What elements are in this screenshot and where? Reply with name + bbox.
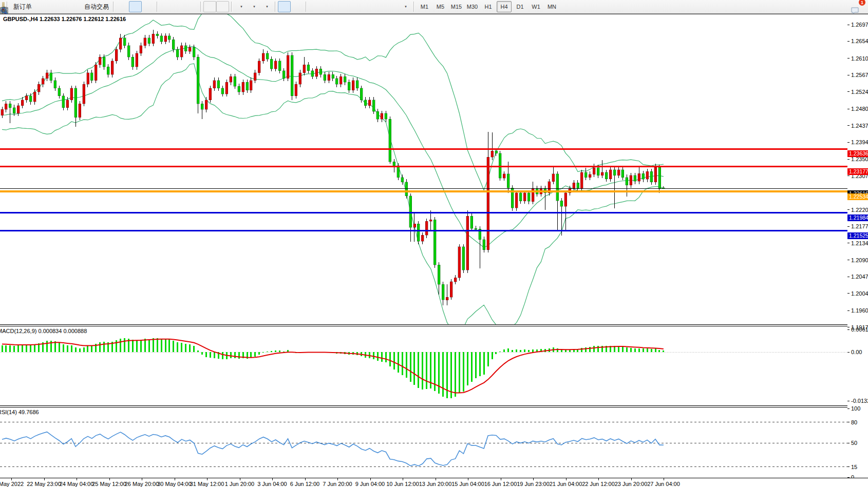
price-level-label: 1.21525 [847,232,868,239]
time-tick [175,478,175,480]
axis-tick [847,58,850,59]
timeframe-button-m30[interactable]: M30 [465,1,480,12]
toolbar-separator [275,2,276,12]
bar-chart-button[interactable] [116,1,129,12]
price-tick-label: 1.20470 [851,274,868,280]
new-order-button[interactable]: 新订单 [10,1,34,12]
trendline-button[interactable] [334,1,347,12]
price-axis[interactable]: 1.269701.265401.261001.256701.252401.248… [847,14,868,478]
price-level-label: 1.23177 [847,168,868,175]
line-chart-button[interactable] [142,1,155,12]
time-tick [109,478,110,480]
text-button[interactable]: A [373,1,386,12]
mt4-window: 新订单 自动交易 [0,0,868,487]
horizontal-line-button[interactable] [322,1,334,12]
time-tick [337,478,338,480]
periods-button[interactable]: ▼ [247,1,260,12]
price-level-label: 1.21984 [847,215,868,221]
timeframe-button-w1[interactable]: W1 [529,1,543,12]
timeframe-button-m15[interactable]: M15 [449,1,464,12]
price-tick-label: 1.25670 [851,72,868,78]
timeframe-button-m5[interactable]: M5 [433,1,448,12]
toolbar-separator [413,2,414,12]
toolbar-right: 1 [834,1,866,12]
macd-axis-label: 0.00 [851,349,862,355]
axis-tick [847,443,850,443]
axis-tick [847,226,850,227]
time-tick [631,478,632,480]
zoom-in-button[interactable] [160,1,173,12]
panel-separator[interactable] [0,405,868,406]
rsi-axis-label: 80 [851,419,857,425]
axis-tick [847,91,850,92]
timeframe-button-h1[interactable]: H1 [481,1,496,12]
rsi-panel[interactable] [0,407,847,477]
axis-tick [847,142,850,143]
time-tick [142,478,142,480]
time-tick [501,478,501,480]
chevron-down-icon: ▼ [266,5,269,8]
price-tick-label: 1.26970 [851,22,868,28]
chevron-down-icon: ▼ [240,5,243,8]
text-label-button[interactable]: T [386,1,399,12]
timeframe-button-mn[interactable]: MN [544,1,559,12]
cursor-button[interactable] [278,1,291,12]
timeframe-button-h4[interactable]: H4 [497,1,512,12]
axis-tick [847,293,850,294]
toolbar-separator [306,2,307,12]
toolbar: 新订单 自动交易 [0,0,868,14]
timeframe-button-m1[interactable]: M1 [417,1,432,12]
time-tick [305,478,306,480]
axis-tick [847,109,850,109]
time-tick [468,478,468,480]
autotrading-button[interactable]: 自动交易 [81,1,111,12]
chart-shift-button[interactable] [216,1,229,12]
search-button[interactable] [834,1,847,12]
profile-button[interactable] [51,1,64,12]
price-tick-label: 1.22200 [851,207,868,213]
chart-window[interactable]: GBPUSD-,H4 1.22633 1.22676 1.22612 1.226… [0,14,868,487]
panel-separator [0,326,868,326]
price-tick-label: 1.26540 [851,38,868,44]
axis-tick [847,408,850,409]
auto-scroll-button[interactable] [203,1,216,12]
macd-panel[interactable] [0,327,847,405]
signal-button[interactable] [66,1,79,12]
market-button[interactable] [36,1,49,12]
rsi-axis-label: 50 [851,440,857,446]
notifications-button[interactable]: 1 [850,1,863,12]
fibonacci-button[interactable]: F [360,1,373,12]
price-tick-label: 1.26100 [851,55,868,62]
price-tick-label: 1.24800 [851,106,868,112]
indicators-button[interactable]: ▼ [234,1,247,12]
zoom-out-button[interactable] [173,1,185,12]
equidistant-channel-button[interactable]: E [347,1,360,12]
price-tick-label: 1.23940 [851,139,868,145]
chevron-down-icon: ▼ [253,5,256,8]
time-tick [44,478,45,480]
timeframe-button-d1[interactable]: D1 [513,1,527,12]
panel-separator[interactable] [0,324,868,325]
tile-windows-button[interactable] [185,1,198,12]
candlestick-chart-button[interactable] [129,1,142,12]
time-tick [240,478,240,480]
chevron-down-icon: ▼ [404,5,407,8]
price-tick-label: 1.21340 [851,240,868,246]
time-tick [370,478,371,480]
axis-tick [847,277,850,277]
time-tick [77,478,77,480]
time-tick [598,478,599,480]
time-tick [403,478,403,480]
notification-badge: 1 [859,0,865,6]
price-tick-label: 1.24370 [851,123,868,129]
vertical-line-button[interactable] [309,1,322,12]
templates-button[interactable]: ▼ [260,1,273,12]
time-axis[interactable]: May 202222 May 23:0024 May 04:0025 May 1… [0,478,868,487]
price-chart[interactable] [0,14,847,324]
time-tick-label: 27 Jun 04:00 [640,481,687,487]
axis-tick [847,176,850,176]
crosshair-button[interactable] [291,1,304,12]
toolbar-separator [157,2,158,12]
arrows-button[interactable]: ▼ [399,1,411,12]
price-tick-label: 1.25240 [851,89,868,95]
